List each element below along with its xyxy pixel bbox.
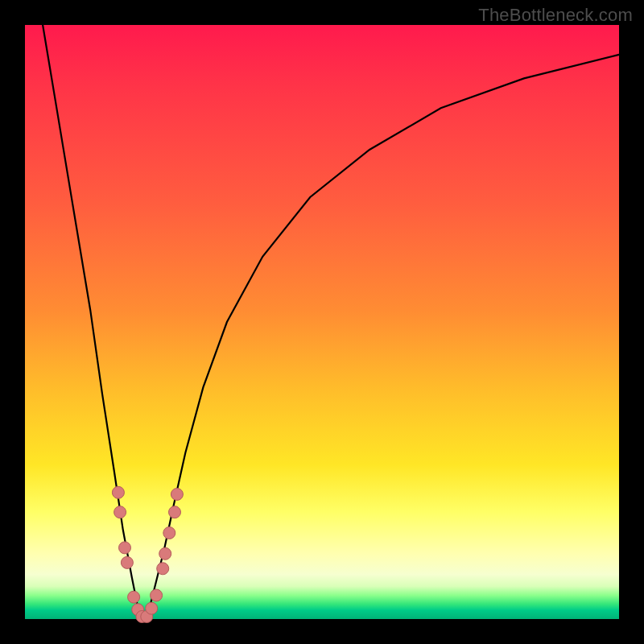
valley-marker: [128, 591, 140, 603]
valley-marker: [171, 489, 183, 501]
bottleneck-curve: [43, 25, 619, 619]
valley-marker: [157, 563, 169, 575]
valley-marker: [121, 556, 133, 568]
valley-marker: [146, 602, 158, 614]
plot-area: [25, 25, 619, 619]
valley-markers: [112, 486, 183, 622]
chart-frame: TheBottleneck.com: [0, 0, 644, 644]
valley-marker: [163, 527, 175, 539]
curve-layer: [25, 25, 619, 619]
valley-marker: [119, 542, 131, 554]
valley-marker: [151, 589, 163, 601]
watermark-text: TheBottleneck.com: [478, 5, 633, 26]
valley-marker: [159, 547, 171, 559]
valley-marker: [112, 486, 124, 498]
valley-marker: [169, 506, 181, 518]
valley-marker: [114, 506, 126, 518]
